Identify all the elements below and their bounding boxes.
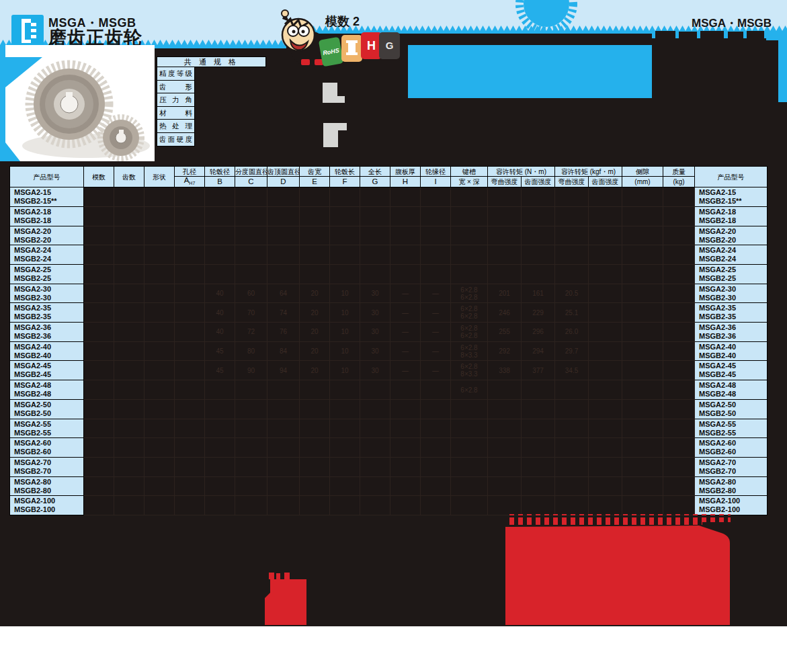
col-mass: 质量 xyxy=(663,167,695,177)
data-cell xyxy=(589,323,622,342)
product-cell: MSGA2-18MSGB2-18 xyxy=(695,206,768,226)
data-cell xyxy=(360,265,390,284)
data-cell xyxy=(144,265,175,284)
col-torque-group: 容许转矩 (kgf・m) xyxy=(555,167,622,177)
data-cell xyxy=(522,226,555,245)
gear-photo xyxy=(5,45,155,161)
shape-diagram-fragment xyxy=(323,123,338,147)
data-cell xyxy=(235,206,267,226)
data-cell xyxy=(555,419,589,438)
product-cell: MSGA2-48MSGB2-48 xyxy=(695,380,768,400)
data-cell xyxy=(175,476,205,496)
data-cell: 30 xyxy=(360,284,390,303)
data-cell xyxy=(522,380,555,400)
product-cell: MSGA2-45MSGB2-45 xyxy=(695,361,768,380)
data-cell: 30 xyxy=(360,341,390,361)
product-cell: MSGA2-35MSGB2-35 xyxy=(695,303,768,323)
data-cell xyxy=(267,476,300,496)
module-label: 模数 2 xyxy=(325,13,360,30)
header-cell: 分度圆直径 xyxy=(235,167,267,177)
data-cell xyxy=(421,226,451,245)
data-cell xyxy=(205,419,235,438)
data-cell xyxy=(114,361,144,380)
data-cell: 161 xyxy=(522,284,555,303)
data-cell xyxy=(390,265,421,284)
mask-block xyxy=(652,40,778,166)
data-cell xyxy=(663,226,695,245)
data-cell xyxy=(330,226,360,245)
common-spec-row-label: 热处理 xyxy=(157,120,195,133)
data-cell xyxy=(144,476,175,496)
data-cell xyxy=(267,438,300,458)
data-cell xyxy=(589,226,622,245)
data-cell xyxy=(622,419,663,438)
data-cell xyxy=(488,206,522,226)
header-cell: D xyxy=(267,177,300,187)
data-cell xyxy=(663,187,695,207)
data-cell xyxy=(330,206,360,226)
data-cell xyxy=(144,206,175,226)
data-cell xyxy=(144,226,175,245)
header-cell: E xyxy=(300,177,330,187)
data-cell xyxy=(267,245,300,265)
data-cell xyxy=(330,419,360,438)
data-cell xyxy=(114,380,144,400)
data-cell xyxy=(622,476,663,496)
data-cell: 6×2.86×2.8 xyxy=(451,323,488,342)
data-cell xyxy=(622,265,663,284)
data-cell xyxy=(589,187,622,207)
data-cell xyxy=(144,303,175,323)
data-cell: 6×2.88×3.3 xyxy=(451,341,488,361)
data-cell: 201 xyxy=(488,284,522,303)
data-cell xyxy=(175,341,205,361)
product-cell: MSGA2-55MSGB2-55 xyxy=(695,419,768,438)
data-cell xyxy=(360,399,390,419)
data-cell xyxy=(555,399,589,419)
data-cell xyxy=(267,419,300,438)
data-cell xyxy=(488,265,522,284)
data-cell xyxy=(451,476,488,496)
data-cell xyxy=(622,206,663,226)
data-cell xyxy=(330,245,360,265)
data-cell xyxy=(267,399,300,419)
data-cell xyxy=(267,380,300,400)
product-cell: MSGA2-25MSGB2-25 xyxy=(10,265,84,284)
data-cell xyxy=(488,226,522,245)
data-cell xyxy=(114,303,144,323)
data-cell xyxy=(451,399,488,419)
data-cell: 80 xyxy=(235,341,267,361)
data-cell xyxy=(663,399,695,419)
data-cell xyxy=(84,226,114,245)
product-cell: MSGA2-20MSGB2-20 xyxy=(695,226,768,245)
data-cell xyxy=(175,303,205,323)
data-cell xyxy=(663,476,695,496)
data-cell xyxy=(360,245,390,265)
product-cell: MSGA2-25MSGB2-25 xyxy=(695,265,768,284)
product-cell: MSGA2-35MSGB2-35 xyxy=(10,303,84,323)
data-cell xyxy=(421,419,451,438)
data-cell xyxy=(205,399,235,419)
data-cell xyxy=(522,399,555,419)
data-cell xyxy=(267,226,300,245)
common-spec-row-label: 材料 xyxy=(157,107,195,120)
data-cell xyxy=(589,284,622,303)
data-cell xyxy=(488,438,522,458)
data-cell xyxy=(235,438,267,458)
series-logo xyxy=(11,15,44,47)
data-cell xyxy=(235,476,267,496)
pillar-badge-icon xyxy=(341,35,362,62)
header-cell: H xyxy=(390,177,421,187)
data-cell xyxy=(622,457,663,476)
data-cell xyxy=(555,265,589,284)
data-cell xyxy=(488,380,522,400)
product-cell: MSGA2-30MSGB2-30 xyxy=(10,284,84,303)
data-cell xyxy=(267,206,300,226)
common-spec-row-label: 压力角 xyxy=(157,93,195,107)
data-cell: 338 xyxy=(488,361,522,380)
grinding-badge-icon: G xyxy=(379,32,400,59)
header-cell: 轮毂径 xyxy=(205,167,235,177)
data-cell xyxy=(451,419,488,438)
data-cell xyxy=(589,303,622,323)
shape-diagram-fragment xyxy=(323,83,337,103)
data-cell xyxy=(390,457,421,476)
